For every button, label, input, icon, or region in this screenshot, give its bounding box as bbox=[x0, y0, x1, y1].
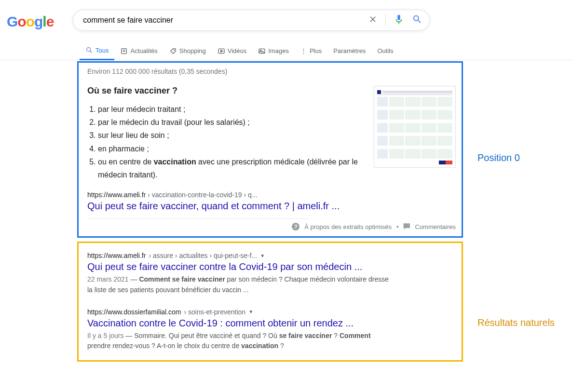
list-item: en pharmacie ; bbox=[98, 142, 363, 155]
tab-images[interactable]: Images bbox=[252, 42, 295, 60]
list-item: sur leur lieu de soin ; bbox=[98, 129, 363, 142]
annotation-position-0: Position 0 bbox=[477, 152, 520, 163]
tabs-bar: Tous Actualités Shopping Vidéos Images ⋮… bbox=[80, 41, 572, 60]
tab-parametres[interactable]: Paramètres bbox=[327, 42, 371, 59]
tab-tous[interactable]: Tous bbox=[80, 41, 114, 60]
result-url[interactable]: https://www.ameli.fr › assure › actualit… bbox=[87, 252, 456, 259]
search-result: https://www.ameli.fr › assure › actualit… bbox=[87, 252, 456, 295]
list-item: ou en centre de vaccination avec une pre… bbox=[98, 155, 363, 181]
list-item: par le médecin du travail (pour les sala… bbox=[98, 116, 363, 129]
tab-videos[interactable]: Vidéos bbox=[212, 42, 253, 60]
tab-label: Plus bbox=[310, 47, 322, 54]
comment-icon bbox=[403, 223, 410, 230]
snippet-source-url: https://www.ameli.fr › vaccination-contr… bbox=[87, 191, 456, 199]
google-logo[interactable]: Google bbox=[7, 14, 54, 30]
search-result: https://www.dossierfamilial.com › soins-… bbox=[87, 308, 456, 351]
dot-icon: • bbox=[396, 223, 399, 230]
comments-link[interactable]: Commentaires bbox=[415, 223, 456, 230]
annotation-naturals: Résultats naturels bbox=[477, 317, 555, 328]
chevron-down-icon[interactable]: ▼ bbox=[260, 253, 265, 258]
tab-actualites[interactable]: Actualités bbox=[114, 42, 163, 60]
svg-marker-7 bbox=[220, 50, 222, 52]
search-input[interactable] bbox=[83, 16, 368, 25]
divider bbox=[385, 14, 386, 27]
svg-line-1 bbox=[90, 51, 92, 53]
snippet-title: Où se faire vacciner ? bbox=[87, 86, 363, 96]
tab-label: Actualités bbox=[130, 47, 157, 54]
result-description: 22 mars 2021 — Comment se faire vacciner… bbox=[87, 274, 391, 295]
mic-icon[interactable] bbox=[394, 14, 404, 27]
featured-snippet-box: Environ 112 000 000 résultats (0,35 seco… bbox=[77, 61, 463, 238]
more-icon: ⋮ bbox=[300, 47, 307, 54]
snippet-list: par leur médecin traitant ; par le médec… bbox=[87, 103, 363, 181]
list-item: par leur médecin traitant ; bbox=[98, 103, 363, 116]
snippet-source-title[interactable]: Qui peut se faire vacciner, quand et com… bbox=[87, 201, 456, 212]
search-icon[interactable] bbox=[412, 14, 422, 27]
result-title[interactable]: Qui peut se faire vacciner contre la Cov… bbox=[87, 261, 456, 272]
snippet-thumbnail[interactable] bbox=[374, 86, 456, 168]
tab-label: Shopping bbox=[179, 47, 206, 54]
tab-label: Vidéos bbox=[228, 47, 247, 54]
tab-label: Images bbox=[268, 47, 289, 54]
tab-plus[interactable]: ⋮ Plus bbox=[295, 42, 327, 59]
tab-shopping[interactable]: Shopping bbox=[163, 42, 212, 60]
svg-point-5 bbox=[174, 50, 174, 50]
result-title[interactable]: Vaccination contre le Covid-19 : comment… bbox=[87, 318, 456, 329]
tab-label: Tous bbox=[95, 47, 109, 54]
tab-outils[interactable]: Outils bbox=[371, 42, 399, 59]
result-description: Il y a 5 jours — Sommaire. Qui peut être… bbox=[87, 331, 391, 351]
result-url[interactable]: https://www.dossierfamilial.com › soins-… bbox=[87, 308, 456, 316]
separator bbox=[87, 218, 308, 219]
about-snippets-link[interactable]: À propos des extraits optimisés bbox=[304, 223, 392, 230]
chevron-down-icon[interactable]: ▼ bbox=[248, 309, 253, 314]
result-stats: Environ 112 000 000 résultats (0,35 seco… bbox=[87, 68, 456, 75]
clear-icon[interactable] bbox=[368, 14, 378, 26]
organic-results-box: https://www.ameli.fr › assure › actualit… bbox=[77, 242, 463, 362]
search-box bbox=[73, 10, 430, 31]
tab-label: Paramètres bbox=[333, 47, 366, 54]
info-icon[interactable]: ? bbox=[292, 223, 300, 230]
tab-label: Outils bbox=[377, 47, 393, 54]
